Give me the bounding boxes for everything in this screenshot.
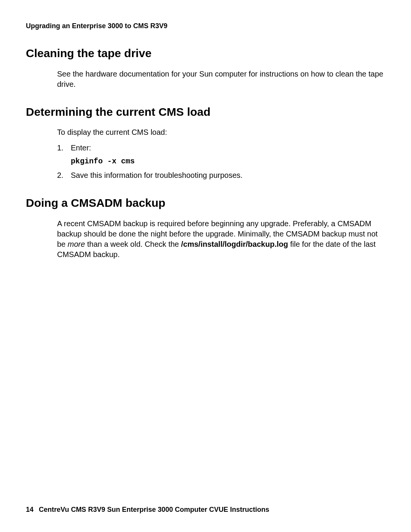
text-run: than a week old. Check the (85, 240, 181, 248)
page-number: 14 (26, 506, 33, 513)
heading-cmsadm-backup: Doing a CMSADM backup (26, 196, 385, 210)
list-item: 1. Enter: (57, 143, 385, 153)
list-text: Enter: (71, 144, 91, 152)
text-bold-filepath: /cms/install/logdir/backup.log (181, 240, 288, 248)
ordered-list: 2. Save this information for troubleshoo… (57, 170, 385, 181)
list-text: Save this information for troubleshootin… (71, 171, 242, 179)
paragraph: See the hardware documentation for your … (57, 69, 385, 89)
body-determining: To display the current CMS load: 1. Ente… (57, 127, 385, 181)
list-item: 2. Save this information for troubleshoo… (57, 170, 385, 181)
text-italic: more (68, 240, 85, 248)
paragraph: A recent CMSADM backup is required befor… (57, 219, 385, 260)
code-command: pkginfo -x cms (71, 156, 385, 166)
running-header: Upgrading an Enterprise 3000 to CMS R3V9 (26, 22, 385, 30)
list-number: 2. (57, 170, 64, 181)
heading-cleaning-tape-drive: Cleaning the tape drive (26, 46, 385, 61)
body-backup: A recent CMSADM backup is required befor… (57, 219, 385, 260)
page: Upgrading an Enterprise 3000 to CMS R3V9… (0, 0, 411, 532)
body-cleaning: See the hardware documentation for your … (57, 69, 385, 89)
page-footer: 14CentreVu CMS R3V9 Sun Enterprise 3000 … (26, 506, 269, 514)
heading-determining-cms-load: Determining the current CMS load (26, 105, 385, 119)
footer-title: CentreVu CMS R3V9 Sun Enterprise 3000 Co… (39, 506, 269, 513)
list-number: 1. (57, 143, 64, 153)
ordered-list: 1. Enter: (57, 143, 385, 153)
paragraph-intro: To display the current CMS load: (57, 127, 385, 137)
